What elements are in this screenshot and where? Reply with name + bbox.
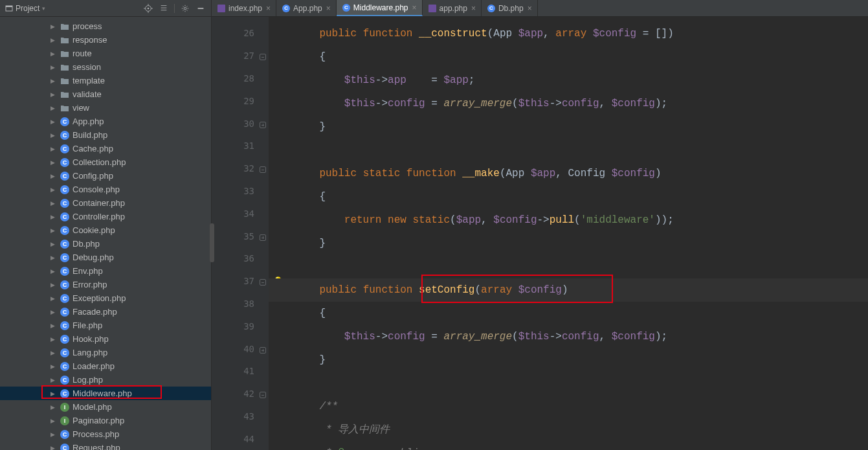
expand-arrow-icon[interactable]: ▶ xyxy=(50,146,57,152)
gutter-line[interactable]: 34 xyxy=(212,202,269,225)
code-line[interactable]: $this->config = array_merge($this->confi… xyxy=(269,92,868,115)
gear-icon[interactable] xyxy=(180,3,190,14)
gutter-line[interactable]: 38 xyxy=(212,293,269,315)
tree-item-response[interactable]: ▶response xyxy=(0,33,211,47)
code-line[interactable]: public function setConfig(array $config) xyxy=(269,278,868,302)
gutter-line[interactable]: 28 xyxy=(212,67,269,90)
close-icon[interactable]: × xyxy=(412,3,417,12)
tree-item-build-php[interactable]: ▶CBuild.php xyxy=(0,128,211,142)
code-line[interactable]: $this->app = $app; xyxy=(269,69,868,92)
expand-arrow-icon[interactable]: ▶ xyxy=(50,309,57,315)
code-line[interactable]: public static function __make(App $app, … xyxy=(269,162,868,185)
tree-item-collection-php[interactable]: ▶CCollection.php xyxy=(0,155,211,169)
expand-arrow-icon[interactable]: ▶ xyxy=(50,336,57,343)
tree-item-paginator-php[interactable]: ▶IPaginator.php xyxy=(0,414,211,427)
collapse-icon[interactable] xyxy=(159,3,169,14)
gutter-line[interactable]: 30 xyxy=(212,112,269,135)
code-line[interactable]: public function __construct(App $app, ar… xyxy=(269,22,868,45)
expand-arrow-icon[interactable]: ▶ xyxy=(50,404,57,411)
tree-item-loader-php[interactable]: ▶CLoader.php xyxy=(0,359,211,373)
expand-arrow-icon[interactable]: ▶ xyxy=(50,105,57,111)
tree-item-template[interactable]: ▶template xyxy=(0,74,211,87)
gutter-line[interactable]: 35 xyxy=(212,225,269,247)
close-icon[interactable]: × xyxy=(471,4,476,13)
expand-arrow-icon[interactable]: ▶ xyxy=(50,159,57,166)
code-line[interactable]: { xyxy=(269,45,868,69)
expand-arrow-icon[interactable]: ▶ xyxy=(50,227,57,234)
tree-item-db-php[interactable]: ▶CDb.php xyxy=(0,237,211,251)
expand-arrow-icon[interactable]: ▶ xyxy=(50,214,57,220)
tree-item-config-php[interactable]: ▶CConfig.php xyxy=(0,169,211,183)
tree-item-facade-php[interactable]: ▶CFacade.php xyxy=(0,305,211,319)
tree-item-controller-php[interactable]: ▶CController.php xyxy=(0,210,211,223)
gutter-line[interactable]: 32 xyxy=(212,157,269,180)
expand-arrow-icon[interactable]: ▶ xyxy=(50,295,57,302)
expand-arrow-icon[interactable]: ▶ xyxy=(50,186,57,193)
expand-arrow-icon[interactable]: ▶ xyxy=(50,268,57,275)
fold-open-icon[interactable] xyxy=(258,277,266,285)
tree-item-console-php[interactable]: ▶CConsole.php xyxy=(0,183,211,196)
tree-item-log-php[interactable]: ▶CLog.php xyxy=(0,373,211,387)
code-line[interactable]: } xyxy=(269,115,868,139)
expand-arrow-icon[interactable]: ▶ xyxy=(50,91,57,98)
tree-item-exception-php[interactable]: ▶CException.php xyxy=(0,291,211,305)
code-line[interactable]: } xyxy=(269,348,868,372)
code-line[interactable]: { xyxy=(269,302,868,325)
expand-arrow-icon[interactable]: ▶ xyxy=(50,282,57,288)
gutter-line[interactable]: 39 xyxy=(212,315,269,337)
fold-open-icon[interactable] xyxy=(258,164,266,172)
tree-item-validate[interactable]: ▶validate xyxy=(0,87,211,101)
gutter-line[interactable]: 31 xyxy=(212,135,269,157)
tree-item-middleware-php[interactable]: ▶CMiddleware.php xyxy=(0,387,211,400)
expand-arrow-icon[interactable]: ▶ xyxy=(50,78,57,84)
tab-app-php[interactable]: CApp.php× xyxy=(276,0,337,16)
gutter-line[interactable]: 42 xyxy=(212,383,269,405)
tree-item-env-php[interactable]: ▶CEnv.php xyxy=(0,264,211,278)
gutter-line[interactable]: 36 xyxy=(212,247,269,270)
code-line[interactable] xyxy=(269,139,868,162)
code-line[interactable] xyxy=(269,255,868,278)
expand-arrow-icon[interactable]: ▶ xyxy=(50,132,57,139)
gutter-line[interactable]: 41 xyxy=(212,360,269,383)
expand-arrow-icon[interactable]: ▶ xyxy=(50,241,57,247)
code-line[interactable] xyxy=(269,372,868,395)
expand-arrow-icon[interactable]: ▶ xyxy=(50,173,57,179)
expand-arrow-icon[interactable]: ▶ xyxy=(50,322,57,329)
code-line[interactable]: $this->config = array_merge($this->confi… xyxy=(269,325,868,348)
tree-item-route[interactable]: ▶route xyxy=(0,47,211,60)
expand-arrow-icon[interactable]: ▶ xyxy=(50,200,57,207)
expand-arrow-icon[interactable]: ▶ xyxy=(50,350,57,356)
code-area[interactable]: 262728293031323334353637💡38394041424344 … xyxy=(212,17,868,450)
code[interactable]: public function __construct(App $app, ar… xyxy=(269,17,868,450)
expand-arrow-icon[interactable]: ▶ xyxy=(50,418,57,424)
tree-scrollbar-thumb[interactable] xyxy=(210,223,214,262)
gutter-line[interactable]: 44 xyxy=(212,427,269,450)
project-tree[interactable]: ▶process▶response▶route▶session▶template… xyxy=(0,17,211,450)
gutter-line[interactable]: 26 xyxy=(212,22,269,45)
close-icon[interactable]: × xyxy=(266,4,271,13)
expand-arrow-icon[interactable]: ▶ xyxy=(50,390,57,397)
expand-arrow-icon[interactable]: ▶ xyxy=(50,118,57,125)
code-line[interactable]: { xyxy=(269,185,868,208)
gutter-line[interactable]: 40 xyxy=(212,337,269,360)
tab-middleware-php[interactable]: CMiddleware.php× xyxy=(337,0,423,16)
code-line[interactable]: /** xyxy=(269,395,868,418)
tree-item-lang-php[interactable]: ▶CLang.php xyxy=(0,346,211,359)
expand-arrow-icon[interactable]: ▶ xyxy=(50,363,57,370)
tab-index-php[interactable]: index.php× xyxy=(212,0,276,16)
tree-item-model-php[interactable]: ▶IModel.php xyxy=(0,400,211,414)
tree-item-file-php[interactable]: ▶CFile.php xyxy=(0,319,211,332)
tab-db-php[interactable]: CDb.php× xyxy=(482,0,538,16)
tree-item-cookie-php[interactable]: ▶CCookie.php xyxy=(0,223,211,237)
tree-item-request-php[interactable]: ▶CRequest.php xyxy=(0,441,211,450)
gutter-line[interactable]: 29 xyxy=(212,89,269,112)
expand-arrow-icon[interactable]: ▶ xyxy=(50,445,57,451)
gutter-line[interactable]: 43 xyxy=(212,405,269,428)
fold-close-icon[interactable] xyxy=(258,232,266,240)
fold-close-icon[interactable] xyxy=(258,120,266,128)
tree-item-app-php[interactable]: ▶CApp.php xyxy=(0,115,211,128)
tree-item-cache-php[interactable]: ▶CCache.php xyxy=(0,142,211,155)
close-icon[interactable]: × xyxy=(528,4,532,13)
tree-item-view[interactable]: ▶view xyxy=(0,101,211,115)
sidebar-title[interactable]: Project ▾ xyxy=(5,4,143,13)
